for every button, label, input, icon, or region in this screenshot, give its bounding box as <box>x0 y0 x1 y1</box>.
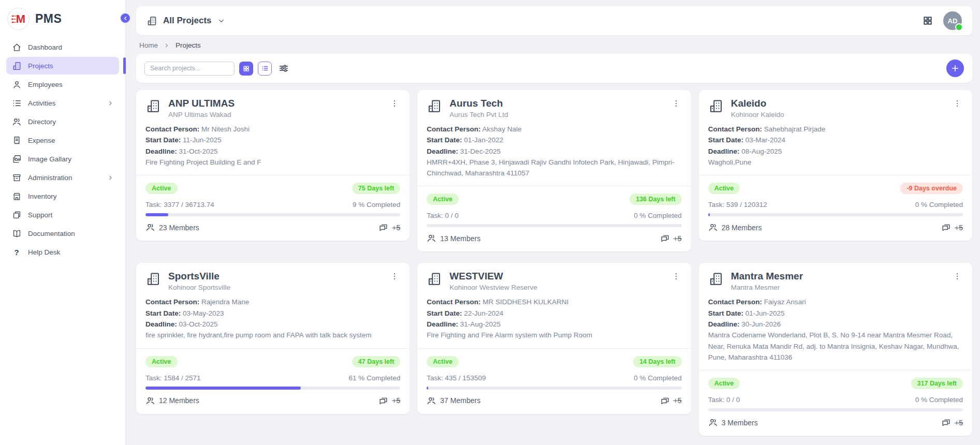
project-title: Aurus Tech <box>449 98 670 109</box>
chat-icon <box>941 222 951 232</box>
card-menu-button[interactable] <box>670 271 682 282</box>
start-date-label: Start Date: <box>145 309 181 317</box>
list-view-button[interactable] <box>258 62 272 76</box>
project-description: Wagholi,Pune <box>708 157 963 168</box>
card-footer: 23 Members +5 <box>136 216 409 241</box>
project-card-aurus-tech[interactable]: Aurus Tech Aurus Tech Pvt Ltd Contact Pe… <box>417 90 691 251</box>
sidebar-item-label: Image Gallary <box>28 155 71 163</box>
sidebar-collapse-button[interactable] <box>120 12 131 24</box>
members-icon <box>145 222 155 232</box>
breadcrumb-home[interactable]: Home <box>139 41 158 49</box>
projects-toolbar <box>136 54 972 83</box>
person-icon <box>11 79 22 90</box>
days-badge: 75 Days left <box>352 183 400 194</box>
chat-group[interactable]: +5 <box>941 418 963 427</box>
project-card-kaleido[interactable]: Kaleido Kohinoor Kaleido Contact Person:… <box>699 90 972 241</box>
card-menu-button[interactable] <box>952 271 963 282</box>
deadline-value: 03-Oct-2025 <box>179 320 218 328</box>
task-count: Task: 3377 / 36713.74 <box>145 201 214 209</box>
contact-label: Contact Person: <box>708 125 762 133</box>
chat-group[interactable]: +5 <box>660 233 682 243</box>
building-icon <box>11 61 22 71</box>
top-header: All Projects AD <box>136 6 972 35</box>
sidebar-item-projects[interactable]: Projects <box>6 57 119 75</box>
grid-view-button[interactable] <box>239 62 253 76</box>
sidebar-item-label: Help Desk <box>28 248 60 256</box>
sidebar-item-administration[interactable]: Administration <box>6 169 119 186</box>
start-date-value: 01-Jun-2025 <box>745 309 785 317</box>
sidebar-item-documentation[interactable]: Documentation <box>6 225 119 242</box>
card-task-row: Task: 435 / 153509 0 % Completed <box>417 367 691 382</box>
chat-group[interactable]: +5 <box>941 222 963 232</box>
sidebar-item-label: Directory <box>28 118 56 126</box>
card-menu-button[interactable] <box>952 98 963 109</box>
sidebar-item-directory[interactable]: Directory <box>6 113 119 130</box>
sidebar-item-help-desk[interactable]: ? Help Desk <box>6 243 119 261</box>
completed-percent: 0 % Completed <box>915 396 963 404</box>
card-header: Aurus Tech Aurus Tech Pvt Ltd <box>417 98 691 118</box>
card-menu-button[interactable] <box>389 271 400 282</box>
project-cards-grid: ANP ULTIMAS ANP Ultimas Wakad Contact Pe… <box>136 90 972 436</box>
members-group: 37 Members <box>427 396 480 406</box>
project-card-anp-ultimas[interactable]: ANP ULTIMAS ANP Ultimas Wakad Contact Pe… <box>136 90 409 241</box>
card-menu-button[interactable] <box>670 98 682 109</box>
chat-group[interactable]: +5 <box>378 396 400 406</box>
building-icon <box>145 271 161 287</box>
members-icon <box>145 396 155 406</box>
start-date-label: Start Date: <box>145 136 181 144</box>
apps-grid-button[interactable] <box>923 16 933 26</box>
deadline-value: 31-Dec-2025 <box>460 147 501 155</box>
chat-icon <box>378 222 388 232</box>
card-status-row: Active -9 Days overdue <box>699 175 972 194</box>
members-count: 13 Members <box>440 234 480 243</box>
project-subtitle: ANP Ultimas Wakad <box>168 111 389 118</box>
avatar[interactable]: AD <box>943 11 962 30</box>
project-selector[interactable]: All Projects <box>147 16 225 26</box>
add-project-button[interactable] <box>946 60 964 77</box>
project-description: HMRR+4XH, Phase 3, Hinjawadi Rajiv Gandh… <box>427 157 681 179</box>
kebab-icon <box>953 272 962 281</box>
filter-button[interactable] <box>278 63 289 74</box>
deadline-label: Deadline: <box>708 320 740 328</box>
start-date-value: 03-Mar-2024 <box>745 136 785 144</box>
breadcrumb-current: Projects <box>175 41 201 49</box>
sidebar-item-dashboard[interactable]: Dashboard <box>6 38 119 56</box>
card-task-row: Task: 3377 / 36713.74 9 % Completed <box>136 194 409 209</box>
card-footer: 12 Members +5 <box>136 390 409 414</box>
sidebar-item-label: Employees <box>28 81 63 88</box>
kebab-icon <box>671 99 681 108</box>
sidebar-item-inventory[interactable]: Inventory <box>6 187 119 205</box>
search-input[interactable] <box>144 62 235 76</box>
status-badge: Active <box>145 183 178 194</box>
card-menu-button[interactable] <box>389 98 400 109</box>
card-task-row: Task: 0 / 0 0 % Completed <box>417 205 691 219</box>
sidebar-item-label: Activities <box>28 99 55 107</box>
contact-value: Rajendra Mane <box>201 298 249 306</box>
sidebar: M PMS Dashboard Projects Employees Activ… <box>0 0 126 445</box>
sidebar-item-support[interactable]: Support <box>6 206 119 224</box>
chevron-right-icon <box>107 174 114 181</box>
sidebar-item-label: Administration <box>28 174 72 182</box>
members-icon <box>427 396 436 406</box>
deadline-label: Deadline: <box>145 320 177 328</box>
days-badge: 14 Days left <box>633 356 681 367</box>
chat-group[interactable]: +5 <box>660 396 682 406</box>
project-title: ANP ULTIMAS <box>168 98 389 109</box>
building-icon <box>145 98 161 114</box>
project-card-sportsville[interactable]: SportsVille Kohinoor Sportsville Contact… <box>136 263 409 413</box>
chat-group[interactable]: +5 <box>378 222 400 232</box>
home-icon <box>11 42 22 52</box>
sidebar-item-expense[interactable]: Expense <box>6 131 119 149</box>
sidebar-item-image-gallary[interactable]: Image Gallary <box>6 150 119 168</box>
kebab-icon <box>390 272 399 281</box>
project-subtitle: Kohinoor Westview Reserve <box>449 284 670 291</box>
project-card-mantra-mesmer[interactable]: Mantra Mesmer Mantra Mesmer Contact Pers… <box>699 263 972 436</box>
start-date-value: 22-Jun-2024 <box>464 309 503 317</box>
sidebar-item-activities[interactable]: Activities <box>6 94 119 112</box>
members-count: 37 Members <box>440 396 480 405</box>
completed-percent: 0 % Completed <box>915 201 963 209</box>
building-icon <box>708 98 724 114</box>
sidebar-item-employees[interactable]: Employees <box>6 76 119 93</box>
project-card-westview[interactable]: WESTVIEW Kohinoor Westview Reserve Conta… <box>417 263 691 413</box>
project-title: SportsVille <box>168 271 389 282</box>
